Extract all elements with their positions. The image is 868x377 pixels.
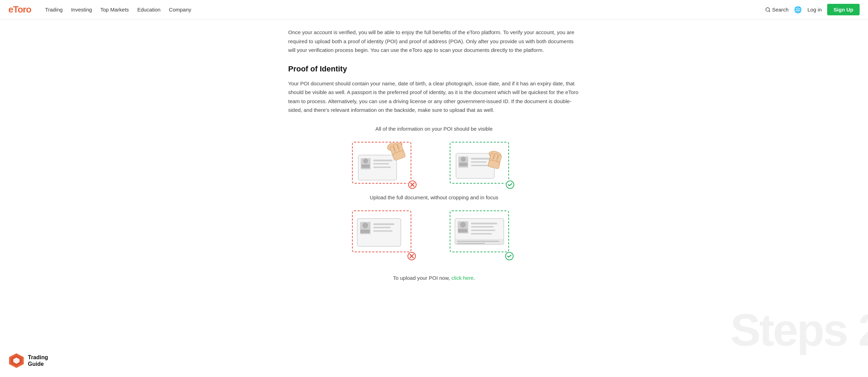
svg-rect-34: [373, 223, 394, 225]
search-button[interactable]: Search: [765, 7, 789, 13]
svg-rect-23: [471, 165, 488, 166]
main-content: Once your account is verified, you will …: [277, 20, 591, 316]
nav-education[interactable]: Education: [137, 7, 160, 13]
svg-point-4: [363, 159, 368, 163]
check-icon-1: [505, 180, 515, 190]
hand-holding-card-illustration: [451, 143, 512, 185]
upload-paragraph: To upload your POI now, click here.: [288, 275, 580, 281]
svg-rect-22: [471, 161, 487, 163]
svg-rect-45: [471, 226, 494, 228]
svg-rect-44: [471, 223, 497, 224]
nav-company[interactable]: Company: [169, 7, 191, 13]
svg-rect-50: [457, 243, 485, 244]
full-card-illustration: [451, 211, 508, 252]
bad-example-2: [350, 209, 420, 261]
illustration-pair-2: [288, 209, 580, 261]
login-button[interactable]: Log in: [807, 7, 822, 13]
svg-point-19: [461, 157, 466, 162]
globe-icon[interactable]: 🌐: [794, 6, 802, 14]
search-label: Search: [772, 7, 789, 13]
signup-button[interactable]: Sign Up: [827, 4, 860, 15]
upload-period: .: [473, 275, 475, 281]
cross-icon-1: [407, 180, 417, 190]
cross-icon-2: [407, 251, 417, 261]
svg-rect-5: [361, 164, 370, 168]
section-title: Proof of Identity: [288, 64, 580, 74]
nav-top-markets[interactable]: Top Markets: [100, 7, 129, 13]
nav-trading[interactable]: Trading: [45, 7, 62, 13]
search-icon: [765, 7, 771, 13]
svg-rect-49: [457, 241, 499, 242]
svg-rect-46: [471, 230, 495, 231]
svg-rect-6: [373, 160, 392, 161]
svg-rect-43: [458, 229, 467, 232]
svg-rect-7: [373, 163, 389, 164]
good-example-2: [448, 209, 518, 261]
svg-point-42: [460, 222, 466, 228]
navbar-right: Search 🌐 Log in Sign Up: [765, 4, 860, 15]
svg-rect-47: [471, 233, 492, 234]
svg-point-32: [362, 223, 368, 228]
illustration-pair-1: [288, 140, 580, 189]
upload-link[interactable]: click here: [451, 275, 473, 281]
cropped-card-illustration: [353, 211, 411, 252]
caption-visible: All of the information on your POI shoul…: [288, 126, 580, 132]
check-icon-2: [504, 251, 514, 261]
nav-investing[interactable]: Investing: [71, 7, 92, 13]
svg-rect-36: [373, 230, 392, 232]
bad-example-1: [350, 140, 420, 189]
poi-section: Proof of Identity Your POI document shou…: [288, 64, 580, 281]
watermark: Steps 2: [731, 304, 868, 316]
svg-rect-33: [360, 230, 370, 233]
upload-text: To upload your POI now,: [393, 275, 450, 281]
caption-full-doc: Upload the full document, without croppi…: [288, 194, 580, 200]
svg-rect-21: [471, 158, 490, 160]
hand-blocking-card-illustration: [353, 143, 411, 185]
nav-links: Trading Investing Top Markets Education …: [45, 7, 754, 13]
svg-rect-35: [373, 227, 391, 228]
intro-paragraph: Once your account is verified, you will …: [288, 28, 580, 55]
body-text: Your POI document should contain your na…: [288, 79, 580, 115]
navbar: eToro Trading Investing Top Markets Educ…: [0, 0, 868, 20]
good-example-1: [448, 140, 518, 189]
etoro-logo[interactable]: eToro: [8, 4, 31, 15]
svg-rect-8: [373, 167, 391, 168]
svg-line-1: [769, 11, 770, 12]
svg-rect-20: [459, 163, 467, 166]
